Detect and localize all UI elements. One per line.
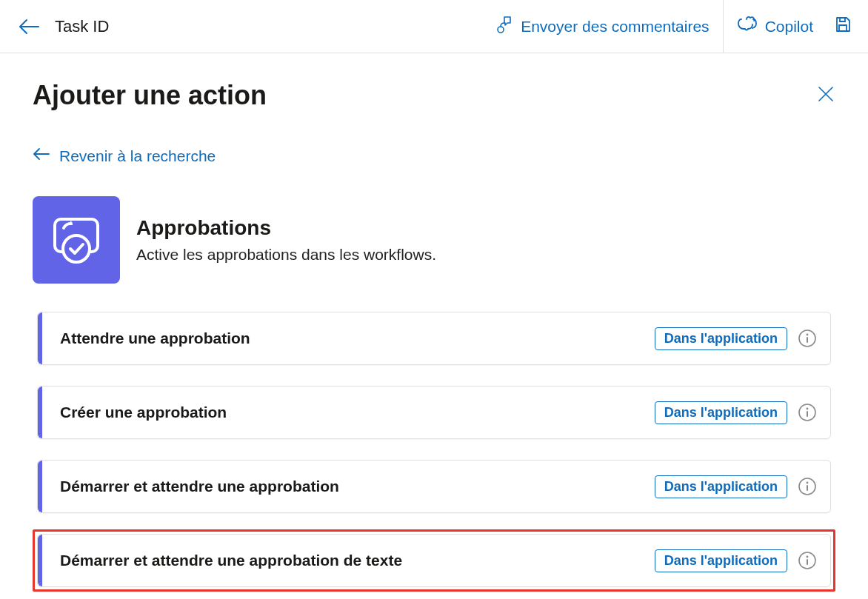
panel-title: Ajouter une action bbox=[33, 80, 267, 111]
copilot-icon bbox=[737, 15, 758, 38]
in-app-badge: Dans l'application bbox=[655, 549, 787, 572]
connector-description: Active les approbations dans les workflo… bbox=[136, 246, 436, 264]
svg-rect-5 bbox=[807, 337, 808, 343]
feedback-button[interactable]: Envoyer des commentaires bbox=[481, 0, 722, 53]
svg-point-4 bbox=[807, 334, 809, 336]
back-to-search-label: Revenir à la recherche bbox=[59, 147, 216, 165]
content: Ajouter une action Revenir à la recherch… bbox=[0, 53, 868, 599]
svg-rect-11 bbox=[807, 485, 808, 491]
action-item[interactable]: Démarrer et attendre une approbationDans… bbox=[37, 460, 831, 513]
page-title: Task ID bbox=[55, 17, 109, 36]
svg-point-0 bbox=[498, 27, 504, 33]
svg-point-13 bbox=[807, 556, 809, 558]
action-label: Démarrer et attendre une approbation bbox=[42, 478, 655, 495]
back-to-search-link[interactable]: Revenir à la recherche bbox=[33, 147, 216, 165]
svg-rect-14 bbox=[807, 559, 808, 565]
in-app-badge: Dans l'application bbox=[655, 327, 787, 350]
action-label: Démarrer et attendre une approbation de … bbox=[42, 552, 655, 569]
approvals-connector-icon bbox=[33, 196, 120, 284]
svg-rect-8 bbox=[807, 411, 808, 417]
action-label: Créer une approbation bbox=[42, 404, 655, 421]
action-list: Attendre une approbationDans l'applicati… bbox=[33, 307, 835, 592]
svg-point-7 bbox=[807, 408, 809, 410]
action-item-wrap: Attendre une approbationDans l'applicati… bbox=[33, 307, 835, 369]
feedback-icon bbox=[494, 15, 513, 38]
back-arrow-icon[interactable] bbox=[18, 18, 40, 36]
copilot-label: Copilot bbox=[765, 18, 813, 36]
action-item[interactable]: Attendre une approbationDans l'applicati… bbox=[37, 312, 831, 365]
connector-header: Approbations Active les approbations dan… bbox=[33, 196, 835, 284]
action-item[interactable]: Démarrer et attendre une approbation de … bbox=[37, 534, 831, 587]
copilot-button[interactable]: Copilot bbox=[724, 0, 827, 53]
action-item-wrap: Créer une approbationDans l'application bbox=[33, 381, 835, 444]
topbar-right: Envoyer des commentaires Copilot bbox=[481, 0, 859, 53]
info-icon[interactable] bbox=[798, 551, 817, 570]
info-icon[interactable] bbox=[798, 477, 817, 496]
svg-point-2 bbox=[63, 235, 90, 262]
save-icon bbox=[834, 16, 852, 37]
connector-title: Approbations bbox=[136, 216, 436, 240]
connector-text: Approbations Active les approbations dan… bbox=[136, 216, 436, 264]
action-item-wrap: Démarrer et attendre une approbationDans… bbox=[33, 455, 835, 518]
topbar-left: Task ID bbox=[18, 17, 481, 36]
info-icon[interactable] bbox=[798, 329, 817, 348]
svg-point-10 bbox=[807, 482, 809, 484]
action-label: Attendre une approbation bbox=[42, 329, 655, 347]
action-item[interactable]: Créer une approbationDans l'application bbox=[37, 386, 831, 439]
back-arrow-small-icon bbox=[33, 147, 50, 165]
in-app-badge: Dans l'application bbox=[655, 401, 787, 424]
feedback-label: Envoyer des commentaires bbox=[521, 18, 709, 36]
in-app-badge: Dans l'application bbox=[655, 475, 787, 498]
save-button[interactable] bbox=[827, 0, 859, 53]
close-icon[interactable] bbox=[816, 84, 835, 107]
panel-header: Ajouter une action bbox=[33, 80, 835, 111]
info-icon[interactable] bbox=[798, 403, 817, 422]
topbar: Task ID Envoyer des commentaires Copilot bbox=[0, 0, 868, 53]
action-item-wrap: Démarrer et attendre une approbation de … bbox=[33, 529, 835, 592]
